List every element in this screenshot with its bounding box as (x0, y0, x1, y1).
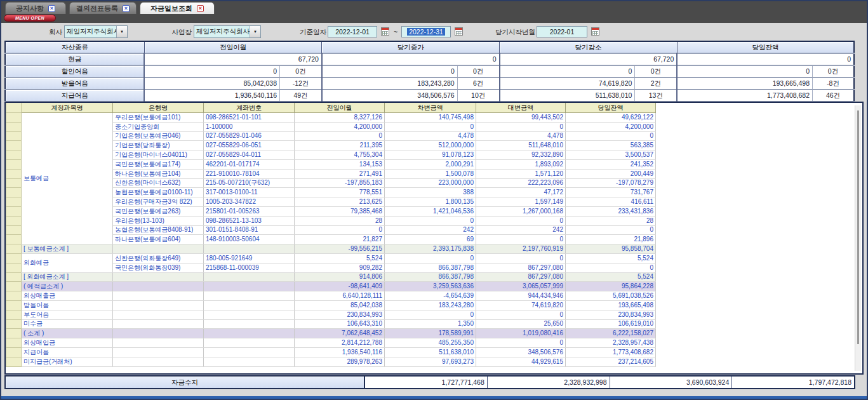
amount-cell[interactable]: 731,767 (566, 188, 656, 197)
amount-cell[interactable]: 21,827 (295, 235, 385, 244)
account-number-cell[interactable] (204, 338, 295, 348)
account-number-cell[interactable]: 462201-01-017174 (204, 159, 295, 169)
bank-name-cell[interactable] (113, 310, 204, 319)
bank-name-cell[interactable]: 신한은행(외화통장649) (113, 253, 204, 263)
account-label-cell[interactable]: 부도어음 (22, 310, 113, 319)
amount-cell[interactable]: 0 (566, 263, 656, 272)
amount-cell[interactable]: 867,297,080 (476, 263, 566, 272)
amount-cell[interactable]: 4,200,000 (295, 122, 385, 131)
account-label-cell[interactable]: ( 소계 ) (22, 329, 113, 338)
amount-cell[interactable]: 7,062,648,452 (295, 329, 385, 338)
account-number-cell[interactable] (204, 357, 295, 366)
amount-cell[interactable]: 348,506,576 (476, 347, 566, 357)
amount-cell[interactable]: 3,065,057,999 (476, 282, 566, 291)
amount-cell[interactable]: 2,000,291 (385, 159, 476, 169)
amount-cell[interactable]: -99,556,215 (295, 244, 385, 254)
grid-row[interactable]: 미지급금(거래처)289,978,26397,693,27344,929,615… (6, 357, 656, 366)
amount-cell[interactable]: 914,806 (295, 272, 385, 282)
account-number-cell[interactable] (204, 319, 295, 329)
amount-cell[interactable]: 0 (385, 122, 476, 131)
tab-fund-daily-report[interactable]: 자금일보조회 × (140, 2, 215, 14)
account-number-cell[interactable] (204, 310, 295, 319)
amount-cell[interactable]: 0 (476, 216, 566, 225)
bank-name-cell[interactable]: 신한은행(마이너스632) (113, 178, 204, 188)
account-number-cell[interactable]: 027-055829-04-011 (204, 150, 295, 160)
amount-cell[interactable]: 1,597,149 (476, 197, 566, 207)
account-number-cell[interactable]: 317-0013-0100-11 (204, 188, 295, 197)
amount-cell[interactable]: 0 (385, 253, 476, 263)
amount-cell[interactable]: 6,222,158,027 (566, 329, 656, 338)
amount-cell[interactable]: 49,629,122 (566, 113, 656, 123)
account-label-cell[interactable]: 외상매출금 (22, 291, 113, 301)
row-selector[interactable] (6, 357, 22, 366)
bank-name-cell[interactable]: 우리은행(13-103) (113, 216, 204, 225)
row-selector[interactable] (6, 178, 22, 188)
bank-name-cell[interactable]: 농협은행(보통예금0100-11) (113, 188, 204, 197)
grid-row[interactable]: 미수금106,643,3101,35025,650106,619,010 (6, 319, 656, 329)
row-selector[interactable] (6, 282, 22, 291)
amount-cell[interactable]: 223,000,000 (385, 178, 476, 188)
amount-cell[interactable]: 909,282 (295, 263, 385, 272)
site-select[interactable]: 제일저지주식회사 ▼ (194, 25, 261, 38)
account-number-cell[interactable]: 215868-11-000039 (204, 263, 295, 272)
amount-cell[interactable]: 0 (566, 131, 656, 141)
grid-row[interactable]: ( 예적금소계 )-98,641,4093,259,563,6363,065,0… (6, 282, 656, 291)
amount-cell[interactable]: 1,350 (385, 319, 476, 329)
amount-cell[interactable]: 99,443,502 (476, 113, 566, 123)
amount-cell[interactable]: 867,297,080 (476, 272, 566, 282)
amount-cell[interactable]: 0 (566, 225, 656, 235)
bank-name-cell[interactable] (113, 300, 204, 310)
date-to-input[interactable]: 2022-12-31 (401, 26, 451, 37)
bank-name-cell[interactable] (113, 357, 204, 366)
amount-cell[interactable]: 85,042,038 (295, 300, 385, 310)
amount-cell[interactable]: 2,328,957,438 (566, 338, 656, 348)
account-number-cell[interactable] (204, 300, 295, 310)
scrollbar-thumb[interactable] (857, 110, 859, 344)
account-label-cell[interactable]: 미수금 (22, 319, 113, 329)
row-selector[interactable] (6, 329, 22, 338)
amount-cell[interactable]: 69 (385, 235, 476, 244)
calendar-icon[interactable] (455, 27, 463, 36)
row-selector[interactable] (6, 113, 22, 123)
amount-cell[interactable]: 416,611 (566, 197, 656, 207)
account-group-cell[interactable]: 보통예금 (22, 113, 113, 244)
amount-cell[interactable]: 183,243,280 (385, 300, 476, 310)
account-label-cell[interactable]: 지급어음 (22, 347, 113, 357)
row-selector[interactable] (6, 216, 22, 225)
company-select[interactable]: 제일저지주식회사 ▼ (64, 25, 128, 38)
amount-cell[interactable]: 193,665,498 (566, 300, 656, 310)
bank-name-cell[interactable]: 하나은행(보통예금604) (113, 235, 204, 244)
account-number-cell[interactable]: 148-910003-50604 (204, 235, 295, 244)
amount-cell[interactable]: 0 (385, 216, 476, 225)
row-selector[interactable] (6, 206, 22, 216)
amount-cell[interactable]: 0 (476, 122, 566, 131)
row-selector[interactable] (6, 197, 22, 207)
tab-close-icon[interactable]: × (123, 5, 130, 12)
account-number-cell[interactable] (204, 272, 295, 282)
tab-voucher-entry[interactable]: 결의전표등록 × (69, 2, 137, 14)
amount-cell[interactable]: 511,638,010 (385, 347, 476, 357)
amount-cell[interactable]: 388 (385, 188, 476, 197)
row-selector[interactable] (6, 169, 22, 178)
amount-cell[interactable]: 178,589,991 (385, 329, 476, 338)
account-label-cell[interactable]: [ 보통예금소계 ] (22, 244, 113, 254)
row-selector[interactable] (6, 122, 22, 131)
account-number-cell[interactable] (204, 244, 295, 254)
grid-row[interactable]: [ 외화예금소계 ]914,806866,387,798867,297,0805… (6, 272, 656, 282)
account-label-cell[interactable]: 받을어음 (22, 300, 113, 310)
row-selector[interactable] (6, 347, 22, 357)
bank-name-cell[interactable] (113, 347, 204, 357)
row-selector[interactable] (6, 272, 22, 282)
amount-cell[interactable]: 1,421,046,536 (385, 206, 476, 216)
bank-name-cell[interactable] (113, 272, 204, 282)
account-number-cell[interactable] (204, 291, 295, 301)
bank-name-cell[interactable] (113, 244, 204, 254)
amount-cell[interactable]: 95,864,228 (566, 282, 656, 291)
account-number-cell[interactable]: 098-286521-13-103 (204, 216, 295, 225)
amount-cell[interactable]: 4,200,000 (566, 122, 656, 131)
amount-cell[interactable]: 242 (385, 225, 476, 235)
bank-name-cell[interactable]: 우리은행(보통예금101) (113, 113, 204, 123)
account-number-cell[interactable]: 221-910010-78104 (204, 169, 295, 178)
account-number-cell[interactable]: 180-005-921649 (204, 253, 295, 263)
bank-name-cell[interactable] (113, 338, 204, 348)
